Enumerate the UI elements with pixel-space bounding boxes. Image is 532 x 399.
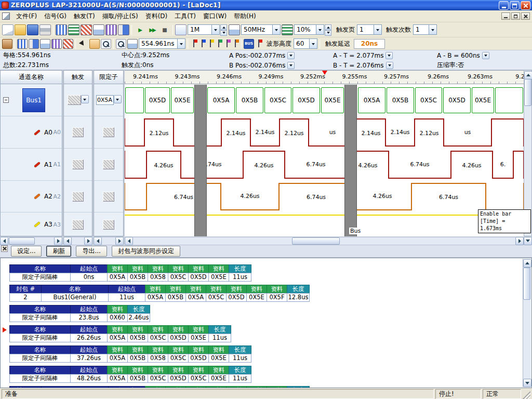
print-icon[interactable] [39, 24, 51, 35]
packet-vertical-scrollbar[interactable] [523, 259, 531, 387]
mdi-close-button[interactable] [521, 12, 530, 20]
memory-display-icon[interactable] [105, 24, 117, 35]
b-minus-t-info-dropdown-icon[interactable] [386, 62, 393, 69]
menu-item[interactable]: 撷取/停止(S) [99, 10, 142, 22]
scroll-left-button[interactable] [94, 237, 102, 245]
bus-value-segment[interactable]: 0X5C [264, 87, 291, 113]
channel-row-a3[interactable]: A3A3 [1, 212, 62, 237]
a-pos-info-dropdown-icon[interactable] [287, 52, 295, 59]
trigger-count-select[interactable]: 1 [413, 24, 437, 35]
bus1-trigger-select[interactable] [68, 95, 89, 105]
channel-row-a2[interactable]: A2A2 [1, 181, 62, 212]
resize-grip[interactable] [523, 389, 530, 399]
menu-item[interactable]: 工具(T) [171, 10, 200, 22]
bus-value-segment[interactable]: 0X5A [358, 87, 385, 113]
export-button[interactable]: 导出... [76, 246, 107, 257]
trigger-ratio-icon[interactable] [282, 24, 293, 35]
sync-packet-wave-button[interactable]: 封包与波形同步设定 [112, 246, 180, 257]
menu-item[interactable]: 窗口(W) [200, 10, 230, 22]
bus-value-segment[interactable]: 0X5D [292, 87, 320, 113]
sample-rate-dropdown-icon[interactable] [272, 25, 280, 34]
spin-down-icon[interactable] [325, 30, 331, 36]
trigger-page-dropdown-icon[interactable] [374, 25, 381, 34]
bus1-label[interactable]: Bus1 [22, 88, 45, 112]
scroll-down-button[interactable] [523, 379, 531, 387]
hand-tool-icon[interactable] [89, 39, 100, 49]
waveform-display-icon[interactable] [56, 24, 67, 35]
bus-value-segment[interactable]: 0X5E [472, 87, 494, 113]
signal-waveform-row-a3[interactable] [125, 212, 524, 236]
zoom-tool-icon[interactable] [101, 39, 111, 49]
compression-bar[interactable] [194, 85, 207, 236]
bus-packet-display-icon[interactable] [81, 24, 92, 35]
scroll-right-button[interactable] [115, 237, 124, 245]
trigger-page-select[interactable]: 1 [357, 24, 382, 35]
bus-value-segment[interactable] [125, 87, 144, 113]
packet-panel-close-icon[interactable] [1, 245, 8, 252]
bus1-qualifier-dropdown-icon[interactable] [114, 95, 122, 103]
bus1-waveform-row[interactable]: 0X5D0X5E0X5A0X5B0X5C0X5D0X5E0X5A0X5B0X5C… [125, 84, 524, 116]
spin-up-icon[interactable] [325, 24, 331, 30]
mdi-restore-button[interactable] [511, 12, 520, 20]
scroll-down-button[interactable] [524, 237, 532, 245]
channel-panel-hscrollbar[interactable] [0, 237, 62, 245]
scroll-left-button[interactable] [63, 237, 72, 245]
hscroll-track[interactable] [133, 237, 515, 245]
sample-rate-icon[interactable] [229, 24, 240, 35]
trigger-dont-care-button[interactable] [72, 192, 84, 202]
b-bar-icon[interactable] [198, 39, 206, 48]
hscroll-track[interactable] [72, 237, 84, 245]
scroll-up-button[interactable] [524, 71, 532, 79]
hscroll-track[interactable] [8, 237, 54, 245]
bus-value-segment[interactable]: 0X5E [321, 87, 344, 113]
new-file-icon[interactable] [2, 24, 14, 35]
scroll-left-button[interactable] [0, 237, 8, 245]
scroll-right-button[interactable] [84, 237, 92, 245]
bus-expand-icon[interactable]: BUS [244, 39, 254, 49]
waveform-hscrollbar[interactable] [125, 237, 524, 245]
bus-setup-icon[interactable] [29, 39, 39, 49]
zoom-in-icon[interactable] [116, 39, 126, 49]
goto-a-bar-icon[interactable] [215, 39, 222, 48]
goto-b-bar-icon[interactable] [223, 39, 231, 48]
group-view-icon[interactable] [51, 39, 62, 49]
listing-display-icon[interactable] [68, 24, 79, 35]
memory-depth-icon[interactable] [175, 24, 187, 35]
menu-item[interactable]: 帮助(H) [230, 10, 259, 22]
channel-row-a1[interactable]: A1A1 [1, 149, 62, 181]
scroll-left-button[interactable] [125, 237, 133, 245]
bus-value-segment[interactable]: 0X5C [415, 87, 442, 113]
minimize-button[interactable] [499, 1, 509, 10]
refresh-button[interactable]: 刷新 [46, 246, 71, 257]
qualifier-button[interactable] [103, 192, 114, 202]
trigger-delay-display[interactable]: 20ns [354, 39, 385, 49]
trigger-bar-icon[interactable] [255, 39, 262, 48]
find-bar-icon[interactable] [232, 39, 239, 48]
sample-rate-select[interactable]: 50MHz [241, 24, 281, 35]
time-ruler[interactable]: 9.241ms9.243ms9.246ms9.249ms9.252ms9.255… [125, 71, 524, 84]
trigger-count-dropdown-icon[interactable] [429, 25, 436, 34]
bus-collapse-toggle-icon[interactable] [3, 97, 9, 103]
spin-down-icon[interactable] [220, 30, 227, 36]
hscroll-track[interactable] [102, 237, 115, 245]
run-repeat-button[interactable]: ▶▶ [147, 24, 158, 35]
save-icon[interactable] [27, 24, 38, 35]
settings-button[interactable]: 设定... [11, 246, 42, 257]
mdi-minimize-button[interactable] [501, 12, 510, 20]
trigger-dont-care-button[interactable] [72, 220, 84, 230]
menu-item[interactable]: 信号(G) [41, 10, 70, 22]
qualifier-button[interactable] [103, 127, 114, 137]
maximize-button[interactable] [510, 1, 520, 10]
scroll-right-button[interactable] [54, 237, 62, 245]
memory-depth-select[interactable]: 1M [188, 24, 220, 35]
bus-value-segment[interactable] [495, 87, 523, 113]
trigger-ratio-select[interactable]: 10% [294, 24, 324, 35]
signal-waveform-row-a0[interactable]: 2.12usus2.14us2.14us2.12usus2.14us2.14us… [125, 116, 524, 149]
hscroll-thumb[interactable] [9, 237, 35, 245]
bus-value-segment[interactable]: 0X5D [443, 87, 471, 113]
run-button[interactable]: ▶ [134, 24, 145, 35]
scroll-right-button[interactable] [515, 237, 524, 245]
bus-value-segment[interactable]: 0X5A [207, 87, 235, 113]
signal-waveform-row-a1[interactable]: 4.26us6.74us4.26us6.74us4.26us6.74us4.26… [125, 149, 524, 181]
bus-value-segment[interactable]: 0X5B [387, 87, 414, 113]
